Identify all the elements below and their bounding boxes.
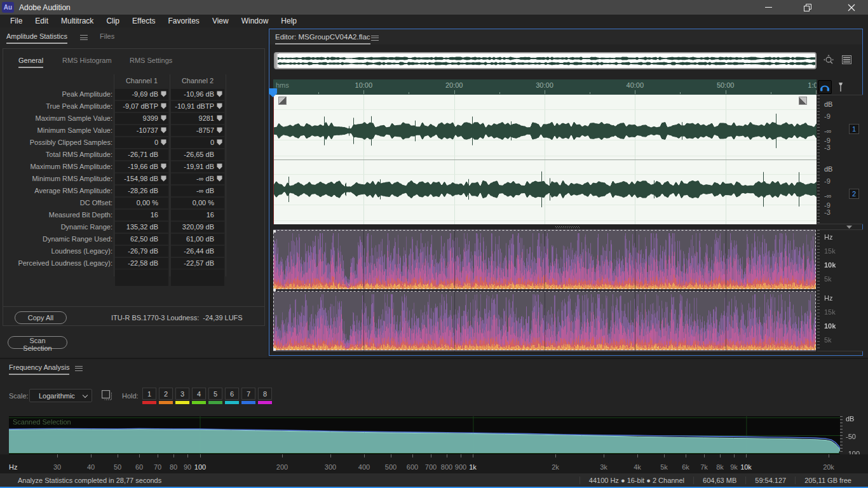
axis-tick [734, 454, 735, 458]
tab-frequency-analysis[interactable]: Frequency Analysis [9, 363, 69, 375]
stat-marker-icon[interactable] [161, 175, 166, 182]
panel-menu-icon[interactable] [75, 366, 83, 371]
axis-tick-label: 8k [716, 463, 724, 471]
menu-bar: FileEditMultitrackClipEffectsFavoritesVi… [0, 15, 868, 27]
stat-marker-icon[interactable] [161, 163, 166, 170]
divider-grip-icon[interactable] [555, 226, 580, 228]
timeline-tick [590, 92, 590, 94]
subtab-rms-settings[interactable]: RMS Settings [130, 57, 172, 64]
stat-cell: -19,91 dB [171, 161, 224, 172]
stat-cell: 9281 [171, 113, 224, 124]
table-row: Dynamic Range:135,32 dB320,09 dB [3, 221, 266, 233]
axis-tick-label: 6k [682, 463, 689, 471]
timeline-tick-label: 10:00 [355, 81, 373, 89]
collapse-arrow-icon[interactable] [846, 226, 852, 229]
hold-button-1[interactable]: 1 [142, 388, 156, 400]
hold-button-8[interactable]: 8 [258, 388, 272, 400]
stat-marker-icon[interactable] [217, 139, 222, 146]
fade-out-handle[interactable] [799, 97, 807, 105]
channel-badge[interactable]: 1 [849, 124, 859, 134]
menu-item-clip[interactable]: Clip [100, 15, 126, 27]
scan-selection-button[interactable]: Scan Selection [8, 336, 67, 349]
stat-cell: 0 [115, 137, 168, 148]
hold-color-bar [159, 401, 173, 404]
zoom-navigate-icon[interactable] [824, 55, 835, 67]
axis-tick [139, 454, 140, 458]
frequency-scale-label: 5k [824, 275, 832, 283]
table-row: Measured Bit Depth:1616 [3, 209, 266, 221]
menu-item-effects[interactable]: Effects [126, 15, 161, 27]
timeline-ruler[interactable]: hms 10:0020:0030:0040:0050:001:0 [273, 79, 817, 95]
stat-value: -9,69 dB [132, 90, 158, 98]
hold-button-3[interactable]: 3 [175, 388, 189, 400]
menu-item-favorites[interactable]: Favorites [162, 15, 206, 27]
minimize-button[interactable] [754, 0, 783, 15]
editor-tab-title[interactable]: Editor: MSGroupCV04A2.flac [275, 33, 370, 44]
menu-item-multitrack[interactable]: Multitrack [55, 15, 100, 27]
spectral-display-canvas[interactable] [273, 229, 816, 351]
tab-files[interactable]: Files [100, 32, 114, 40]
menu-item-view[interactable]: View [206, 15, 235, 27]
stat-cell: -26,71 dB [115, 149, 168, 160]
menu-item-help[interactable]: Help [275, 15, 303, 27]
panel-menu-icon[interactable] [80, 35, 88, 40]
ruler-pin-icon[interactable] [837, 82, 844, 95]
playhead-marker[interactable] [269, 88, 277, 97]
stat-marker-icon[interactable] [217, 115, 222, 121]
fade-in-handle[interactable] [278, 97, 287, 105]
restore-button[interactable] [793, 0, 822, 15]
axis-tick-label: 10k [740, 463, 752, 471]
stat-cell: -10,96 dB [171, 89, 224, 100]
stat-marker-icon[interactable] [161, 91, 166, 97]
stat-marker-icon[interactable] [161, 139, 166, 146]
overview-navigator[interactable] [274, 52, 817, 69]
hold-button-6[interactable]: 6 [225, 388, 239, 400]
axis-tick [704, 454, 705, 458]
menu-item-window[interactable]: Window [235, 15, 275, 27]
tab-amplitude-statistics[interactable]: Amplitude Statistics [6, 32, 67, 44]
table-row: Maximum RMS Amplitude:-19,66 dB-19,91 dB [3, 161, 266, 173]
stat-marker-icon[interactable] [217, 175, 222, 182]
stat-value: 0,00 % [193, 199, 214, 207]
axis-tick [637, 454, 638, 458]
subtab-rms-histogram[interactable]: RMS Histogram [62, 57, 112, 64]
channel-badge[interactable]: 2 [849, 189, 859, 199]
hold-button-4[interactable]: 4 [192, 388, 206, 400]
scale-label: Scale: [9, 392, 29, 400]
subtab-general[interactable]: General [18, 57, 43, 68]
hold-button-5[interactable]: 5 [208, 388, 222, 400]
monitor-headphones-icon[interactable] [818, 80, 832, 94]
hold-button-2[interactable]: 2 [159, 388, 173, 400]
wave-spectral-divider[interactable] [269, 224, 862, 229]
axis-tick [604, 454, 604, 458]
axis-tick [720, 454, 721, 458]
stat-marker-icon[interactable] [217, 163, 222, 170]
close-button[interactable] [837, 0, 866, 15]
hold-button-7[interactable]: 7 [241, 388, 255, 400]
stat-cell: -26,65 dB [171, 149, 224, 160]
amplitude-scale-label: dB [824, 100, 832, 108]
stat-marker-icon[interactable] [217, 91, 222, 97]
axis-tick-label: 300 [325, 463, 336, 471]
stat-cell: -10,91 dBTP [171, 101, 224, 112]
waveform-editor-canvas[interactable] [273, 95, 817, 224]
menu-item-edit[interactable]: Edit [29, 15, 55, 27]
copy-all-button[interactable]: Copy All [15, 311, 67, 324]
menu-item-file[interactable]: File [4, 15, 29, 27]
scale-dropdown-value: Logarithmic [39, 392, 75, 400]
timeline-tick-label: 50:00 [717, 81, 735, 89]
stat-marker-icon[interactable] [161, 115, 166, 121]
editor-layout-icon[interactable] [842, 55, 851, 65]
scale-dropdown[interactable]: Logarithmic [29, 389, 92, 402]
stat-marker-icon[interactable] [161, 127, 166, 133]
panel-menu-icon[interactable] [371, 36, 379, 41]
stat-marker-icon[interactable] [161, 103, 166, 109]
copy-graph-icon[interactable] [102, 390, 113, 403]
frequency-scale-label: 10k [824, 322, 836, 330]
stat-marker-icon[interactable] [217, 103, 222, 109]
axis-tick [57, 454, 58, 458]
axis-tick [555, 454, 556, 458]
axis-tick [158, 454, 158, 458]
stat-marker-icon[interactable] [217, 127, 222, 133]
hold-buttons: 12345678 [142, 388, 276, 405]
